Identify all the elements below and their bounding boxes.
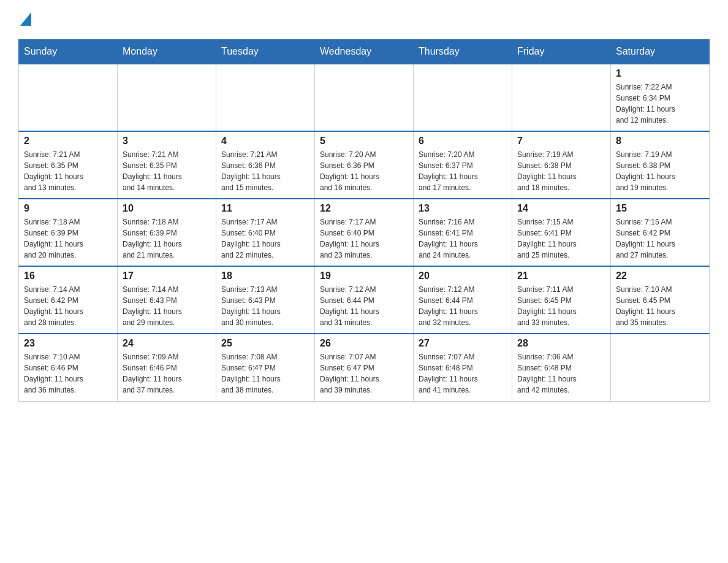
day-number: 11 <box>221 203 309 214</box>
calendar-cell <box>611 334 710 401</box>
day-info: Sunrise: 7:10 AM Sunset: 6:45 PM Dayligh… <box>616 284 704 328</box>
calendar-cell: 4Sunrise: 7:21 AM Sunset: 6:36 PM Daylig… <box>216 131 315 199</box>
col-saturday: Saturday <box>611 40 710 64</box>
day-number: 14 <box>517 203 605 214</box>
calendar-cell: 8Sunrise: 7:19 AM Sunset: 6:38 PM Daylig… <box>611 131 710 199</box>
day-info: Sunrise: 7:19 AM Sunset: 6:38 PM Dayligh… <box>517 149 605 193</box>
calendar-week-row: 9Sunrise: 7:18 AM Sunset: 6:39 PM Daylig… <box>19 199 710 266</box>
day-info: Sunrise: 7:22 AM Sunset: 6:34 PM Dayligh… <box>616 82 704 126</box>
day-number: 25 <box>221 338 309 349</box>
day-number: 23 <box>24 338 112 349</box>
col-friday: Friday <box>512 40 611 64</box>
day-number: 13 <box>419 203 507 214</box>
day-number: 4 <box>221 136 309 147</box>
calendar-cell: 9Sunrise: 7:18 AM Sunset: 6:39 PM Daylig… <box>19 199 118 266</box>
calendar-cell: 15Sunrise: 7:15 AM Sunset: 6:42 PM Dayli… <box>611 199 710 266</box>
calendar-cell: 16Sunrise: 7:14 AM Sunset: 6:42 PM Dayli… <box>19 266 118 334</box>
day-number: 20 <box>419 270 507 282</box>
calendar-cell: 18Sunrise: 7:13 AM Sunset: 6:43 PM Dayli… <box>216 266 315 334</box>
calendar-cell: 3Sunrise: 7:21 AM Sunset: 6:35 PM Daylig… <box>118 131 216 199</box>
day-number: 22 <box>616 270 704 282</box>
day-info: Sunrise: 7:07 AM Sunset: 6:47 PM Dayligh… <box>320 351 408 396</box>
day-number: 15 <box>616 203 704 214</box>
col-sunday: Sunday <box>19 40 118 64</box>
day-number: 21 <box>517 270 605 282</box>
calendar-cell <box>216 64 315 131</box>
calendar-cell: 7Sunrise: 7:19 AM Sunset: 6:38 PM Daylig… <box>512 131 611 199</box>
col-thursday: Thursday <box>414 40 512 64</box>
day-info: Sunrise: 7:20 AM Sunset: 6:37 PM Dayligh… <box>419 149 507 193</box>
day-number: 28 <box>517 338 605 349</box>
day-number: 16 <box>24 270 112 282</box>
day-number: 10 <box>123 203 211 214</box>
calendar-week-row: 16Sunrise: 7:14 AM Sunset: 6:42 PM Dayli… <box>19 266 710 334</box>
calendar-cell <box>512 64 611 131</box>
day-info: Sunrise: 7:13 AM Sunset: 6:43 PM Dayligh… <box>221 284 309 328</box>
day-info: Sunrise: 7:12 AM Sunset: 6:44 PM Dayligh… <box>320 284 408 328</box>
day-info: Sunrise: 7:09 AM Sunset: 6:46 PM Dayligh… <box>123 351 211 396</box>
calendar-cell: 10Sunrise: 7:18 AM Sunset: 6:39 PM Dayli… <box>118 199 216 266</box>
calendar-week-row: 1Sunrise: 7:22 AM Sunset: 6:34 PM Daylig… <box>19 64 710 131</box>
calendar-cell: 19Sunrise: 7:12 AM Sunset: 6:44 PM Dayli… <box>315 266 414 334</box>
day-number: 27 <box>419 338 507 349</box>
calendar-cell: 25Sunrise: 7:08 AM Sunset: 6:47 PM Dayli… <box>216 334 315 401</box>
calendar-cell: 27Sunrise: 7:07 AM Sunset: 6:48 PM Dayli… <box>414 334 512 401</box>
day-info: Sunrise: 7:14 AM Sunset: 6:42 PM Dayligh… <box>24 284 112 328</box>
calendar-cell: 20Sunrise: 7:12 AM Sunset: 6:44 PM Dayli… <box>414 266 512 334</box>
calendar-cell: 17Sunrise: 7:14 AM Sunset: 6:43 PM Dayli… <box>118 266 216 334</box>
day-number: 1 <box>616 68 704 79</box>
day-info: Sunrise: 7:15 AM Sunset: 6:42 PM Dayligh… <box>616 216 704 261</box>
day-number: 6 <box>419 136 507 147</box>
day-info: Sunrise: 7:21 AM Sunset: 6:35 PM Dayligh… <box>123 149 211 193</box>
calendar-cell: 24Sunrise: 7:09 AM Sunset: 6:46 PM Dayli… <box>118 334 216 401</box>
day-info: Sunrise: 7:08 AM Sunset: 6:47 PM Dayligh… <box>221 351 309 396</box>
calendar-cell: 26Sunrise: 7:07 AM Sunset: 6:47 PM Dayli… <box>315 334 414 401</box>
day-info: Sunrise: 7:07 AM Sunset: 6:48 PM Dayligh… <box>419 351 507 396</box>
calendar-week-row: 2Sunrise: 7:21 AM Sunset: 6:35 PM Daylig… <box>19 131 710 199</box>
calendar-cell: 22Sunrise: 7:10 AM Sunset: 6:45 PM Dayli… <box>611 266 710 334</box>
logo-triangle-icon <box>20 12 31 26</box>
calendar-cell: 21Sunrise: 7:11 AM Sunset: 6:45 PM Dayli… <box>512 266 611 334</box>
day-info: Sunrise: 7:10 AM Sunset: 6:46 PM Dayligh… <box>24 351 112 396</box>
day-info: Sunrise: 7:15 AM Sunset: 6:41 PM Dayligh… <box>517 216 605 261</box>
calendar-cell: 11Sunrise: 7:17 AM Sunset: 6:40 PM Dayli… <box>216 199 315 266</box>
page-header <box>18 12 710 27</box>
day-number: 24 <box>123 338 211 349</box>
day-number: 26 <box>320 338 408 349</box>
day-info: Sunrise: 7:11 AM Sunset: 6:45 PM Dayligh… <box>517 284 605 328</box>
day-number: 3 <box>123 136 211 147</box>
day-number: 7 <box>517 136 605 147</box>
day-number: 5 <box>320 136 408 147</box>
calendar-cell: 28Sunrise: 7:06 AM Sunset: 6:48 PM Dayli… <box>512 334 611 401</box>
day-number: 2 <box>24 136 112 147</box>
calendar-cell <box>414 64 512 131</box>
day-info: Sunrise: 7:19 AM Sunset: 6:38 PM Dayligh… <box>616 149 704 193</box>
day-number: 19 <box>320 270 408 282</box>
calendar-cell: 2Sunrise: 7:21 AM Sunset: 6:35 PM Daylig… <box>19 131 118 199</box>
calendar-table: Sunday Monday Tuesday Wednesday Thursday… <box>18 39 710 402</box>
day-info: Sunrise: 7:21 AM Sunset: 6:36 PM Dayligh… <box>221 149 309 193</box>
calendar-cell <box>19 64 118 131</box>
day-number: 12 <box>320 203 408 214</box>
col-tuesday: Tuesday <box>216 40 315 64</box>
day-number: 9 <box>24 203 112 214</box>
calendar-week-row: 23Sunrise: 7:10 AM Sunset: 6:46 PM Dayli… <box>19 334 710 401</box>
calendar-cell: 12Sunrise: 7:17 AM Sunset: 6:40 PM Dayli… <box>315 199 414 266</box>
day-info: Sunrise: 7:06 AM Sunset: 6:48 PM Dayligh… <box>517 351 605 396</box>
day-info: Sunrise: 7:14 AM Sunset: 6:43 PM Dayligh… <box>123 284 211 328</box>
calendar-cell <box>315 64 414 131</box>
day-info: Sunrise: 7:16 AM Sunset: 6:41 PM Dayligh… <box>419 216 507 261</box>
day-info: Sunrise: 7:17 AM Sunset: 6:40 PM Dayligh… <box>221 216 309 261</box>
calendar-cell <box>118 64 216 131</box>
day-info: Sunrise: 7:21 AM Sunset: 6:35 PM Dayligh… <box>24 149 112 193</box>
day-number: 8 <box>616 136 704 147</box>
day-info: Sunrise: 7:20 AM Sunset: 6:36 PM Dayligh… <box>320 149 408 193</box>
day-info: Sunrise: 7:12 AM Sunset: 6:44 PM Dayligh… <box>419 284 507 328</box>
col-monday: Monday <box>118 40 216 64</box>
logo <box>18 12 31 27</box>
calendar-header-row: Sunday Monday Tuesday Wednesday Thursday… <box>19 40 710 64</box>
day-info: Sunrise: 7:18 AM Sunset: 6:39 PM Dayligh… <box>24 216 112 261</box>
calendar-cell: 6Sunrise: 7:20 AM Sunset: 6:37 PM Daylig… <box>414 131 512 199</box>
calendar-cell: 5Sunrise: 7:20 AM Sunset: 6:36 PM Daylig… <box>315 131 414 199</box>
calendar-cell: 13Sunrise: 7:16 AM Sunset: 6:41 PM Dayli… <box>414 199 512 266</box>
